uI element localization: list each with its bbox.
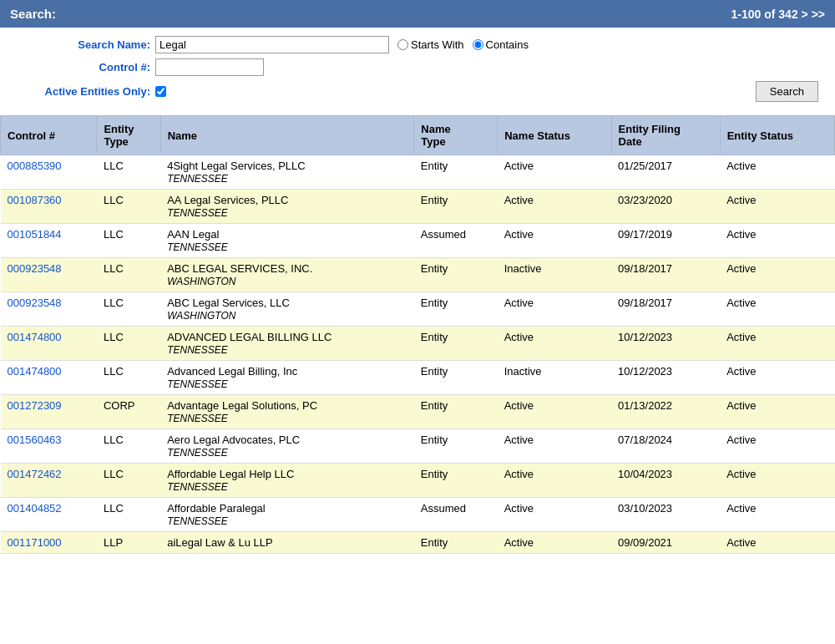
cell-entity-status: Active [720,292,834,327]
cell-name: aiLegal Law & Lu LLP [160,532,414,554]
entity-name: ABC LEGAL SERVICES, INC. [167,262,312,275]
entity-state: TENNESSEE [167,447,228,459]
search-name-input[interactable] [155,36,389,53]
entity-name: Aero Legal Advocates, PLC [167,434,300,446]
entity-state: TENNESSEE [167,481,228,493]
cell-name-status: Inactive [498,361,611,395]
radio-group: Starts With Contains [397,38,529,51]
contains-radio[interactable] [473,39,483,50]
cell-name-type: Entity [414,361,498,395]
control-link[interactable]: 001474800 [8,365,62,378]
entity-state: TENNESSEE [167,241,228,253]
cell-filing-date: 03/10/2023 [611,498,720,532]
cell-name-type: Entity [414,327,498,361]
cell-name: ABC LEGAL SERVICES, INC.WASHINGTON [160,258,414,292]
entity-name: 4Sight Legal Services, PLLC [167,160,305,172]
cell-entity-status: Active [720,155,834,190]
entity-state: TENNESSEE [167,207,228,219]
control-link[interactable]: 001051844 [8,228,62,241]
active-only-checkbox[interactable] [155,86,166,97]
cell-name-status: Active [498,155,611,190]
search-name-label: Search Name: [17,38,150,51]
table-row: 000923548LLCABC Legal Services, LLCWASHI… [1,292,835,327]
cell-entity-type: LLP [97,532,160,554]
cell-entity-status: Active [720,464,834,498]
pagination-info: 1-100 of 342 > >> [731,8,825,21]
cell-control: 001051844 [1,224,97,258]
cell-name-status: Active [498,532,611,554]
cell-entity-status: Active [720,190,834,224]
cell-entity-type: LLC [97,327,160,361]
col-filing-date: Entity FilingDate [611,116,720,155]
cell-entity-status: Active [720,258,834,292]
cell-name-type: Assumed [414,498,498,532]
cell-filing-date: 07/18/2024 [611,429,720,464]
control-link[interactable]: 001087360 [8,194,62,206]
cell-entity-type: LLC [97,361,160,395]
table-header-row: Control # EntityType Name NameType Name … [1,116,835,155]
cell-name: Aero Legal Advocates, PLCTENNESSEE [160,429,414,464]
cell-entity-type: LLC [97,464,160,498]
cell-name: Affordable ParalegalTENNESSEE [160,498,414,532]
search-button[interactable]: Search [756,81,818,102]
table-row: 001474800LLCADVANCED LEGAL BILLING LLCTE… [1,327,835,361]
table-row: 001051844LLCAAN LegalTENNESSEEAssumedAct… [1,224,835,258]
control-link[interactable]: 001171000 [8,536,62,549]
cell-control: 001474800 [1,361,97,395]
cell-entity-status: Active [720,532,834,554]
cell-filing-date: 01/13/2022 [611,395,720,429]
entity-name: Advanced Legal Billing, Inc [167,365,297,378]
header-bar: Search: 1-100 of 342 > >> [0,0,835,28]
cell-control: 001472462 [1,464,97,498]
cell-name: AA Legal Services, PLLCTENNESSEE [160,190,414,224]
search-name-row: Search Name: Starts With Contains [17,36,818,53]
control-link[interactable]: 001560463 [8,434,62,446]
cell-name-type: Entity [414,464,498,498]
control-label: Control #: [17,61,150,74]
control-link[interactable]: 001404852 [8,502,62,515]
cell-control: 001087360 [1,190,97,224]
starts-with-radio[interactable] [397,39,408,50]
cell-name: Affordable Legal Help LLCTENNESSEE [160,464,414,498]
entity-name: Affordable Paralegal [167,502,266,515]
cell-entity-type: LLC [97,429,160,464]
cell-name-type: Entity [414,292,498,327]
cell-name: Advantage Legal Solutions, PCTENNESSEE [160,395,414,429]
control-link[interactable]: 001272309 [8,399,62,412]
table-row: 001272309CORPAdvantage Legal Solutions, … [1,395,835,429]
table-row: 000923548LLCABC LEGAL SERVICES, INC.WASH… [1,258,835,292]
entity-state: TENNESSEE [167,515,228,527]
entity-state: TENNESSEE [167,413,228,424]
cell-name-status: Active [498,292,611,327]
cell-name-status: Active [498,464,611,498]
cell-filing-date: 10/12/2023 [611,361,720,395]
table-row: 001472462LLCAffordable Legal Help LLCTEN… [1,464,835,498]
table-row: 001087360LLCAA Legal Services, PLLCTENNE… [1,190,835,224]
entity-state: TENNESSEE [167,173,228,185]
control-link[interactable]: 001472462 [8,468,62,480]
cell-entity-type: LLC [97,155,160,190]
col-control: Control # [1,116,97,155]
control-link[interactable]: 000885390 [8,160,62,172]
table-row: 001474800LLCAdvanced Legal Billing, IncT… [1,361,835,395]
cell-name-status: Active [498,429,611,464]
contains-option[interactable]: Contains [473,38,529,51]
control-link[interactable]: 001474800 [8,331,62,343]
control-link[interactable]: 000923548 [8,262,62,275]
cell-entity-status: Active [720,498,834,532]
control-row: Control #: [17,58,818,76]
cell-entity-type: LLC [97,258,160,292]
contains-label: Contains [486,38,529,51]
control-input[interactable] [155,58,264,76]
cell-entity-status: Active [720,429,834,464]
col-name-status: Name Status [498,116,611,155]
entity-name: Affordable Legal Help LLC [167,468,294,480]
cell-entity-status: Active [720,395,834,429]
col-name: Name [160,116,414,155]
entity-state: WASHINGTON [167,276,235,287]
control-link[interactable]: 000923548 [8,297,62,309]
starts-with-option[interactable]: Starts With [397,38,464,51]
cell-entity-status: Active [720,361,834,395]
table-row: 000885390LLC4Sight Legal Services, PLLCT… [1,155,835,190]
entity-name: Advantage Legal Solutions, PC [167,399,317,412]
